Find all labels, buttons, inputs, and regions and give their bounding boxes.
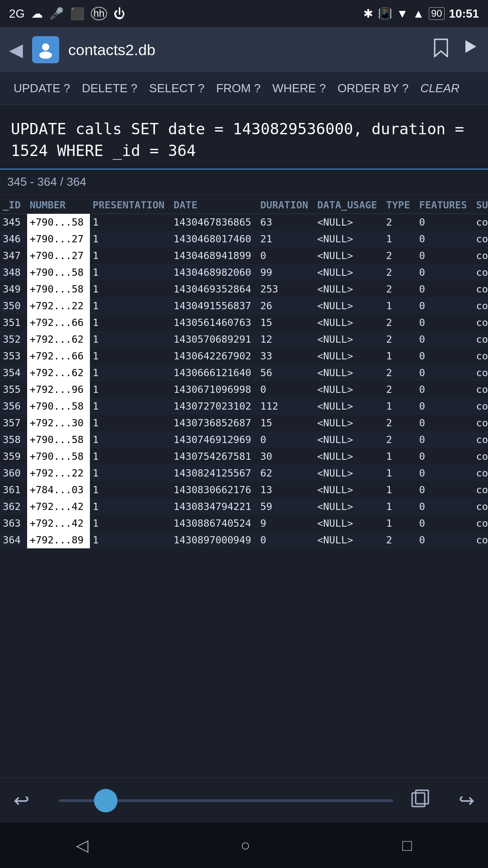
cell-10-3: 1430671096998: [171, 381, 258, 398]
cell-7-1: +792...62: [27, 331, 90, 348]
cell-7-2: 1: [90, 331, 171, 348]
cell-19-2: 1: [90, 532, 171, 548]
cell-6-7: 0: [417, 314, 474, 331]
cell-13-6: 2: [384, 431, 417, 448]
cell-11-2: 1: [90, 398, 171, 415]
cell-3-6: 2: [384, 264, 417, 281]
nav-copy-button[interactable]: [402, 788, 438, 812]
cell-6-8: com.a: [473, 314, 488, 331]
cell-4-7: 0: [417, 281, 474, 297]
cell-2-8: com.a: [473, 247, 488, 264]
cell-11-0: 356: [0, 398, 27, 415]
cell-14-1: +790...58: [27, 448, 90, 465]
cell-11-4: 112: [258, 398, 314, 415]
table-row: 352+792...621143057068929112<NULL>20com.…: [0, 331, 488, 348]
data-table-container[interactable]: _ID NUMBER PRESENTATION DATE DURATION DA…: [0, 195, 488, 548]
cell-5-0: 350: [0, 297, 27, 314]
cell-16-0: 361: [0, 481, 27, 498]
cell-12-3: 1430736852687: [171, 415, 258, 431]
col-data-usage: DATA_USAGE: [314, 195, 383, 214]
cell-14-5: <NULL>: [314, 448, 383, 465]
cell-13-2: 1: [90, 431, 171, 448]
table-row: 356+790...5811430727023102112<NULL>10com…: [0, 398, 488, 415]
cell-13-0: 358: [0, 431, 27, 448]
delete-btn[interactable]: DELETE ?: [77, 79, 142, 98]
clear-btn[interactable]: CLEAR: [416, 79, 464, 98]
cell-2-7: 0: [417, 247, 474, 264]
cell-6-5: <NULL>: [314, 314, 383, 331]
where-btn[interactable]: WHERE ?: [268, 79, 330, 98]
cell-6-2: 1: [90, 314, 171, 331]
select-btn[interactable]: SELECT ?: [145, 79, 209, 98]
cell-7-4: 12: [258, 331, 314, 348]
cell-0-1: +790...58: [27, 214, 90, 231]
from-btn[interactable]: FROM ?: [211, 79, 265, 98]
slider-thumb[interactable]: [94, 789, 117, 812]
table-row: 345+790...581143046783686563<NULL>20com.…: [0, 214, 488, 231]
table-row: 361+784...031143083066217613<NULL>10com.…: [0, 481, 488, 498]
cell-14-3: 1430754267581: [171, 448, 258, 465]
table-row: 349+790...5811430469352864253<NULL>20com…: [0, 281, 488, 297]
android-back-btn[interactable]: ◁: [76, 836, 89, 855]
cell-11-8: com.a: [473, 398, 488, 415]
cell-12-2: 1: [90, 415, 171, 431]
update-btn[interactable]: UPDATE ?: [9, 79, 75, 98]
cell-9-8: com.a: [473, 364, 488, 381]
cell-0-5: <NULL>: [314, 214, 383, 231]
col-duration: DURATION: [258, 195, 314, 214]
status-bar-right: ✱ 📳 ▼ ▲ 90 10:51: [363, 7, 479, 21]
cell-14-6: 1: [384, 448, 417, 465]
cell-5-7: 0: [417, 297, 474, 314]
cell-12-4: 15: [258, 415, 314, 431]
table-header-row: _ID NUMBER PRESENTATION DATE DURATION DA…: [0, 195, 488, 214]
android-home-btn[interactable]: ○: [240, 836, 250, 855]
orderby-btn[interactable]: ORDER BY ?: [333, 79, 413, 98]
cell-10-4: 0: [258, 381, 314, 398]
cell-15-0: 360: [0, 465, 27, 481]
cell-2-3: 1430468941899: [171, 247, 258, 264]
cell-15-6: 1: [384, 465, 417, 481]
cell-3-0: 348: [0, 264, 27, 281]
cell-18-3: 1430886740524: [171, 515, 258, 532]
table-row: 348+790...581143046898206099<NULL>20com.…: [0, 264, 488, 281]
nav-slider[interactable]: [59, 799, 393, 802]
android-recent-btn[interactable]: □: [402, 836, 412, 855]
forward-button[interactable]: [463, 38, 479, 61]
cell-18-1: +792...42: [27, 515, 90, 532]
cell-1-6: 1: [384, 231, 417, 247]
col-date: DATE: [171, 195, 258, 214]
cell-18-0: 363: [0, 515, 27, 532]
cell-7-8: com.a: [473, 331, 488, 348]
app-icon: [32, 36, 59, 63]
nav-forward-button[interactable]: ↪: [438, 789, 474, 811]
cell-7-3: 1430570689291: [171, 331, 258, 348]
cell-7-5: <NULL>: [314, 331, 383, 348]
cell-2-0: 347: [0, 247, 27, 264]
cell-3-4: 99: [258, 264, 314, 281]
cell-13-5: <NULL>: [314, 431, 383, 448]
cell-3-2: 1: [90, 264, 171, 281]
cell-3-3: 1430468982060: [171, 264, 258, 281]
cell-6-0: 351: [0, 314, 27, 331]
cell-1-3: 1430468017460: [171, 231, 258, 247]
sql-input-area[interactable]: UPDATE calls SET date = 1430829536000, d…: [0, 105, 488, 170]
cell-11-6: 1: [384, 398, 417, 415]
cell-13-3: 1430746912969: [171, 431, 258, 448]
cell-16-1: +784...03: [27, 481, 90, 498]
cell-4-2: 1: [90, 281, 171, 297]
cell-4-0: 349: [0, 281, 27, 297]
cell-17-8: com.a: [473, 498, 488, 515]
svg-point-1: [39, 52, 52, 59]
cell-8-8: com.a: [473, 348, 488, 364]
cell-15-1: +792...22: [27, 465, 90, 481]
bluetooth-icon: ✱: [363, 7, 373, 21]
cell-16-5: <NULL>: [314, 481, 383, 498]
cell-0-4: 63: [258, 214, 314, 231]
nav-back-button[interactable]: ↩: [14, 789, 50, 811]
back-button[interactable]: ◀: [9, 39, 23, 60]
sql-query-text[interactable]: UPDATE calls SET date = 1430829536000, d…: [11, 118, 477, 161]
cell-6-1: +792...66: [27, 314, 90, 331]
cell-9-0: 354: [0, 364, 27, 381]
bookmark-button[interactable]: [433, 38, 449, 61]
cell-7-7: 0: [417, 331, 474, 348]
